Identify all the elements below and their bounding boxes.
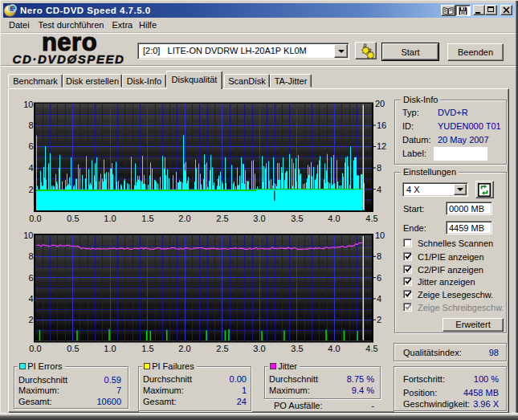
svg-text:8: 8 (377, 251, 381, 261)
svg-text:8: 8 (28, 120, 33, 130)
svg-text:10: 10 (375, 230, 385, 240)
svg-text:4: 4 (28, 163, 33, 173)
svg-text:12: 12 (377, 141, 386, 151)
svg-text:4.0: 4.0 (328, 214, 340, 223)
svg-text:10: 10 (23, 100, 33, 109)
svg-text:0.0: 0.0 (29, 214, 41, 223)
svg-text:6: 6 (28, 273, 33, 283)
svg-text:6: 6 (377, 273, 381, 283)
svg-text:4.5: 4.5 (365, 214, 377, 223)
svg-text:1.5: 1.5 (141, 214, 153, 223)
svg-text:6: 6 (28, 141, 33, 151)
svg-text:10: 10 (23, 230, 33, 240)
svg-text:4: 4 (28, 294, 33, 304)
svg-text:16: 16 (377, 120, 386, 130)
svg-text:3.5: 3.5 (291, 214, 303, 223)
svg-text:2: 2 (28, 185, 33, 194)
svg-text:2: 2 (28, 315, 33, 324)
svg-text:1.0: 1.0 (104, 214, 116, 223)
svg-text:4: 4 (377, 185, 381, 194)
svg-text:20: 20 (375, 99, 385, 108)
svg-text:4: 4 (377, 294, 381, 304)
svg-text:0.5: 0.5 (67, 214, 79, 223)
svg-text:8: 8 (28, 251, 33, 261)
svg-text:2: 2 (377, 315, 381, 324)
svg-text:3.0: 3.0 (253, 214, 265, 223)
svg-text:2.5: 2.5 (216, 214, 228, 223)
svg-text:2.0: 2.0 (178, 214, 190, 223)
svg-text:8: 8 (377, 163, 381, 173)
